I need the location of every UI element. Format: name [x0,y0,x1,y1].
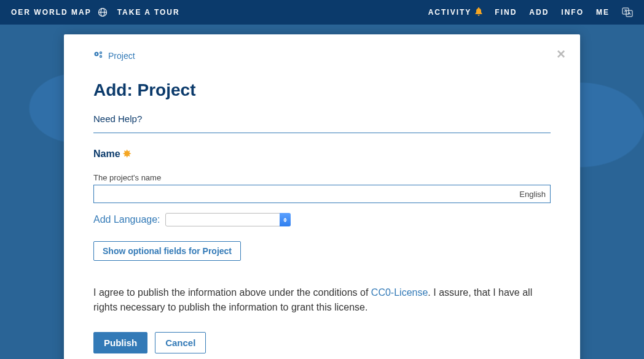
cc0-license-link[interactable]: CC0-License [371,287,428,298]
nav-activity-label: ACTIVITY [428,8,472,17]
nav-find[interactable]: FIND [495,8,517,17]
section-divider [93,133,551,133]
globe-icon [98,7,108,17]
publish-button[interactable]: Publish [93,332,147,353]
need-help-link[interactable]: Need Help? [93,114,142,124]
name-label-text: Name [93,149,120,160]
svg-rect-4 [626,10,632,17]
agreement-prefix: I agree to publish the information above… [93,287,371,298]
name-field-hint: The project's name [93,173,551,182]
language-icon[interactable] [622,7,633,18]
take-tour-link[interactable]: TAKE A TOUR [117,8,180,17]
add-language-row: Add Language: [93,213,551,226]
nav-info[interactable]: INFO [561,8,584,17]
cogs-icon [93,50,103,61]
bell-icon [475,7,482,18]
svg-point-6 [96,53,97,55]
language-select[interactable] [165,213,291,226]
nav-activity[interactable]: ACTIVITY [428,7,483,18]
brand-title[interactable]: OER WORLD MAP [11,8,92,17]
close-icon[interactable]: × [557,47,565,61]
svg-point-10 [100,56,101,57]
license-agreement-text: I agree to publish the information above… [93,285,551,315]
svg-rect-3 [622,8,629,14]
name-field-label: Name ✸ [93,148,131,160]
svg-point-8 [100,52,101,53]
add-project-modal: × Project Add: Project Need Help? Name ✸… [64,34,580,359]
navbar-left: OER WORLD MAP TAKE A TOUR [11,7,180,17]
show-optional-fields-button[interactable]: Show optional fields for Project [93,241,241,261]
name-input-wrap: English [93,185,551,203]
language-select-wrap [165,213,291,226]
page-title: Add: Project [93,80,551,100]
breadcrumb-label: Project [108,51,135,61]
breadcrumb[interactable]: Project [93,50,551,61]
top-navbar: OER WORLD MAP TAKE A TOUR ACTIVITY FIND … [0,0,644,25]
nav-add[interactable]: ADD [529,8,549,17]
cancel-button[interactable]: Cancel [155,332,206,353]
nav-me[interactable]: ME [596,8,610,17]
required-star-icon: ✸ [123,148,131,160]
action-buttons: Publish Cancel [93,332,551,353]
add-language-label: Add Language: [93,214,160,225]
navbar-right: ACTIVITY FIND ADD INFO ME [428,7,633,18]
name-input[interactable] [93,185,551,203]
